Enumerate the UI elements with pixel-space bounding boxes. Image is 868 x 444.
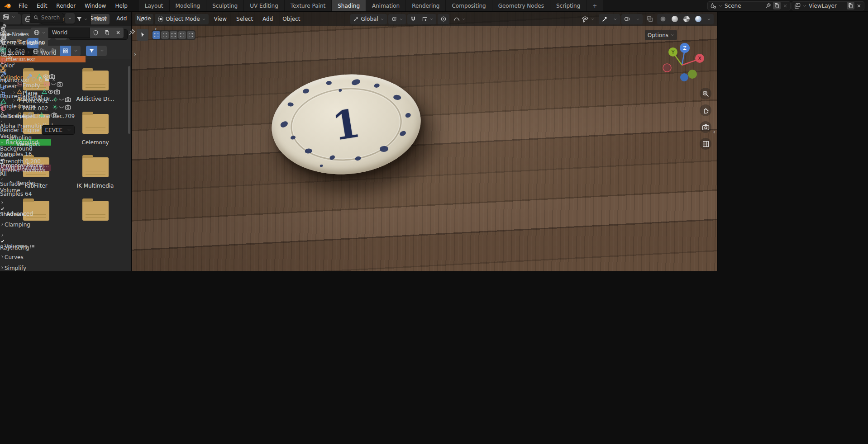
proportional-falloff-dropdown[interactable]	[451, 14, 468, 24]
shadows-subpanel-header[interactable]: Shadows	[0, 200, 75, 211]
shading-wireframe-button[interactable]	[657, 14, 669, 24]
move-view-button[interactable]	[700, 104, 711, 116]
raytracing-panel-header[interactable]: Raytracing	[0, 232, 75, 243]
overlays-settings-chevron[interactable]	[633, 14, 643, 24]
proportional-editing-toggle[interactable]	[438, 14, 449, 24]
render-samples-field[interactable]: 64	[25, 191, 32, 197]
gizmo-axis-x[interactable]: X	[698, 56, 701, 61]
menu-add[interactable]: Add	[112, 14, 131, 23]
camera-view-button[interactable]	[700, 121, 711, 133]
viewport-samples-field[interactable]: 16	[25, 151, 32, 157]
workspace-tab-sculpting[interactable]: Sculpting	[206, 0, 244, 11]
chevron-down-icon[interactable]	[718, 4, 723, 8]
scene-selector[interactable]: Scene	[707, 1, 791, 10]
workspace-tab-geometry-nodes[interactable]: Geometry Nodes	[492, 0, 550, 11]
pin-icon[interactable]	[26, 112, 33, 118]
properties-tab-constraints[interactable]	[0, 91, 75, 98]
show-overlays-toggle[interactable]	[621, 14, 633, 24]
workspace-tab-scripting[interactable]: Scripting	[550, 0, 587, 11]
sidebar-expand-arrow[interactable]: ‹	[154, 25, 157, 32]
pin-icon[interactable]	[129, 29, 135, 36]
gizmo-axis-y[interactable]: Y	[671, 49, 675, 55]
gizmo-axis-z[interactable]: Z	[683, 45, 687, 51]
properties-tab-modifiers[interactable]	[0, 71, 75, 78]
new-scene-icon[interactable]	[773, 2, 781, 9]
blender-logo-icon[interactable]	[4, 3, 12, 9]
pin-icon[interactable]	[765, 3, 771, 9]
workspace-tab-uv-editing[interactable]: UV Editing	[244, 0, 285, 11]
select-mode-invert[interactable]	[178, 31, 186, 39]
options-chevron[interactable]	[65, 13, 75, 24]
filter-icon[interactable]	[76, 16, 82, 22]
remove-view-layer-icon[interactable]	[856, 3, 862, 9]
navigation-gizmo[interactable]: Z Y X	[657, 40, 707, 87]
shading-solid-button[interactable]	[669, 14, 681, 24]
transform-orientation-dropdown[interactable]: Global	[350, 14, 386, 24]
list-menu-icon[interactable]	[29, 244, 35, 250]
workspace-tab-compositing[interactable]: Compositing	[446, 0, 492, 11]
workspace-tab-texture-paint[interactable]: Texture Paint	[285, 0, 332, 11]
properties-tab-object[interactable]	[0, 64, 75, 71]
perspective-toggle-button[interactable]	[700, 138, 711, 150]
search-input[interactable]: Search	[30, 13, 63, 23]
menu-add[interactable]: Add	[258, 15, 277, 23]
properties-tab-render[interactable]	[0, 30, 75, 37]
sampling-panel-header[interactable]: Sampling	[0, 135, 75, 141]
simplify-panel-header[interactable]: Simplify	[0, 265, 75, 276]
workspace-tab-shading[interactable]: Shading	[332, 0, 366, 11]
select-mode-subtract[interactable]	[170, 31, 177, 39]
pivot-point-dropdown[interactable]	[388, 14, 406, 24]
view-object-types-dropdown[interactable]	[579, 14, 597, 24]
menu-object[interactable]: Object	[278, 15, 304, 23]
shading-material-button[interactable]	[681, 14, 692, 24]
menu-node[interactable]: Node	[133, 14, 155, 23]
chevron-down-icon[interactable]	[802, 4, 807, 8]
properties-tab-tool[interactable]	[0, 24, 75, 30]
workspace-tab-modeling[interactable]: Modeling	[170, 0, 207, 11]
clamping-panel-header[interactable]: Clamping	[0, 222, 75, 232]
snap-toggle[interactable]	[407, 14, 419, 24]
curves-panel-header[interactable]: Curves	[0, 254, 75, 265]
properties-tab-physics[interactable]	[0, 85, 75, 91]
scene-name[interactable]: Scene	[725, 3, 763, 9]
properties-tab-view-layer[interactable]	[0, 44, 75, 51]
menu-render[interactable]: Render	[52, 2, 80, 10]
menu-view[interactable]: View	[210, 15, 231, 23]
editor-type-button[interactable]	[0, 12, 18, 22]
workspace-tab-rendering[interactable]: Rendering	[406, 0, 446, 11]
properties-tab-world[interactable]	[0, 57, 75, 64]
filter-chevron[interactable]	[84, 17, 88, 21]
new-view-layer-icon[interactable]	[847, 2, 854, 9]
advanced-subpanel-header[interactable]: Advanced	[0, 211, 75, 222]
properties-tab-scene[interactable]	[0, 51, 75, 57]
properties-tab-material[interactable]	[0, 105, 75, 112]
shading-settings-chevron[interactable]	[704, 14, 714, 24]
render-engine-dropdown[interactable]: EEVEE	[42, 125, 75, 135]
unlink-datablock-icon[interactable]	[113, 28, 124, 38]
view-layer-selector[interactable]: ViewLayer	[792, 1, 864, 10]
properties-tab-data[interactable]	[0, 98, 75, 105]
gizmo-settings-chevron[interactable]	[610, 14, 620, 24]
ceramic-chip-object[interactable]: 1	[267, 68, 425, 180]
properties-tab-output[interactable]	[0, 37, 75, 44]
select-mode-intersect[interactable]	[187, 31, 195, 39]
shading-rendered-button[interactable]	[692, 14, 704, 24]
show-gizmo-toggle[interactable]	[599, 14, 610, 24]
temporal-reprojection-checkbox[interactable]	[0, 157, 75, 162]
menu-edit[interactable]: Edit	[33, 2, 51, 10]
fake-user-shield-icon[interactable]	[90, 28, 101, 38]
options-dropdown[interactable]: Options	[645, 30, 677, 40]
render-subpanel-header[interactable]: Render	[0, 180, 75, 191]
properties-tab-particles[interactable]	[0, 78, 75, 85]
zoom-button[interactable]	[700, 88, 711, 99]
snap-target-dropdown[interactable]	[419, 14, 436, 24]
xray-toggle[interactable]	[644, 14, 656, 24]
select-mode-extend[interactable]	[161, 31, 169, 39]
view-layer-name[interactable]: ViewLayer	[809, 3, 845, 9]
menu-select[interactable]: Select	[232, 15, 257, 23]
mode-dropdown[interactable]: Object Mode	[155, 14, 209, 24]
new-datablock-icon[interactable]	[101, 28, 113, 38]
workspace-tab-layout[interactable]: Layout	[139, 0, 170, 11]
sidebar-expand-arrow[interactable]: ‹	[713, 128, 715, 135]
workspace-tab--[interactable]: +	[587, 0, 603, 11]
